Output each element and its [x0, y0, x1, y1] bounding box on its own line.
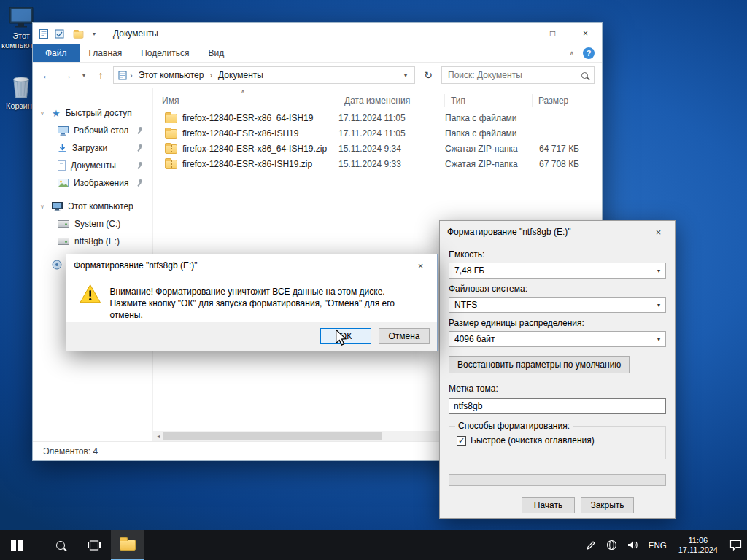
pen-tray-icon[interactable] [581, 530, 601, 560]
sidebar-item-label: Загрузки [72, 143, 107, 153]
refresh-icon[interactable]: ↻ [419, 69, 437, 81]
warning-icon [80, 284, 101, 304]
tab-view[interactable]: Вид [198, 44, 233, 62]
folder-icon [165, 129, 177, 139]
format-dialog-titlebar[interactable]: Форматирование "ntfs8gb (E:)" × [440, 221, 675, 243]
search-input[interactable] [448, 70, 577, 80]
taskbar-explorer-button[interactable] [111, 530, 144, 560]
file-row[interactable]: firefox-12840-ESR-x86_64-ISH19.zip 15.11… [153, 141, 602, 156]
capacity-label: Емкость: [449, 249, 666, 260]
this-pc-icon [52, 202, 63, 211]
file-row[interactable]: firefox-12840-ESR-x86-ISH19 17.11.2024 1… [153, 125, 602, 141]
start-button[interactable] [0, 530, 34, 560]
file-type: Папка с файлами [445, 113, 533, 123]
help-icon[interactable]: ? [583, 47, 595, 59]
restore-defaults-button[interactable]: Восстановить параметры по умолчанию [449, 356, 630, 373]
tab-home[interactable]: Главная [80, 44, 132, 62]
sidebar-item-drive-e[interactable]: ntfs8gb (E:) [33, 233, 152, 250]
filesystem-select[interactable]: NTFS ▾ [449, 297, 666, 313]
scrollbar-thumb[interactable] [163, 432, 382, 440]
sidebar-item-desktop[interactable]: Рабочий стол [33, 122, 152, 139]
forward-button[interactable]: → [59, 67, 75, 83]
taskbar-search-button[interactable] [44, 530, 77, 560]
sidebar-item-documents[interactable]: Документы [33, 157, 152, 174]
file-explorer-icon [120, 540, 136, 551]
format-warning-dialog: Форматирование "ntfs8gb (E:)" × Внимание… [66, 254, 438, 351]
file-row[interactable]: firefox-12840-ESR-x86_64-ISH19 17.11.202… [153, 110, 602, 125]
checkbox-checked-icon[interactable]: ✓ [457, 436, 466, 446]
pictures-icon [58, 179, 69, 187]
file-name: firefox-12840-ESR-x86_64-ISH19.zip [182, 144, 327, 154]
ribbon-collapse-icon[interactable]: ∧ [569, 50, 574, 57]
task-view-button[interactable] [77, 530, 111, 560]
ribbon-tabs: Файл Главная Поделиться Вид ∧ ? [33, 44, 602, 63]
format-dialog-close-icon[interactable]: × [642, 221, 675, 243]
window-title: Документы [113, 28, 158, 39]
sidebar-item-label: Рабочий стол [74, 125, 128, 136]
computer-icon [8, 6, 34, 29]
file-name: firefox-12840-ESR-x86_64-ISH19 [182, 113, 313, 123]
recent-locations-icon[interactable]: ▾ [80, 67, 88, 83]
tab-file[interactable]: Файл [33, 44, 80, 62]
up-button[interactable]: ↑ [93, 67, 109, 83]
chevron-expand-icon[interactable]: ∨ [40, 203, 44, 210]
items-count: Элементов: 4 [43, 446, 98, 456]
warning-dialog-close-icon[interactable]: × [404, 254, 437, 276]
breadcrumb-documents[interactable]: Документы [215, 70, 266, 80]
taskbar-clock[interactable]: 11:06 17.11.2024 [672, 530, 724, 560]
file-date: 15.11.2024 9:33 [338, 159, 445, 169]
windows-logo-icon [11, 540, 23, 551]
qat-customize-icon[interactable]: ▾ [93, 31, 96, 37]
close-format-button[interactable]: Закрыть [581, 497, 634, 513]
allocation-unit-select[interactable]: 4096 байт ▾ [449, 331, 666, 347]
search-box[interactable] [441, 66, 595, 84]
language-indicator[interactable]: ENG [643, 530, 672, 560]
start-button[interactable]: Начать [522, 497, 575, 513]
scroll-left-icon[interactable]: ◂ [153, 433, 163, 440]
chevron-expand-icon[interactable]: ∨ [40, 110, 44, 117]
close-button[interactable]: × [569, 23, 602, 44]
column-header-name[interactable]: ∧ Имя [153, 94, 338, 107]
sidebar-item-this-pc[interactable]: ∨ Этот компьютер [33, 198, 152, 215]
tab-share[interactable]: Поделиться [131, 44, 198, 62]
qat-properties-icon[interactable] [55, 29, 64, 39]
explorer-titlebar[interactable]: ▾ Документы – □ × [33, 23, 602, 44]
recycle-bin-icon [10, 74, 32, 99]
file-size: 64 717 КБ [533, 144, 584, 154]
warning-message-line2: Нажмите кнопку "ОК" для запуска форматир… [109, 298, 424, 321]
volume-label-input[interactable] [449, 398, 666, 414]
mouse-cursor [335, 329, 347, 346]
quick-format-checkbox[interactable]: ✓ Быстрое (очистка оглавления) [457, 435, 658, 446]
sidebar-item-drive-c[interactable]: System (C:) [33, 215, 152, 233]
breadcrumb-this-pc[interactable]: Этот компьютер [136, 70, 207, 80]
network-tray-icon[interactable] [601, 530, 622, 560]
capacity-select[interactable]: 7,48 ГБ ▾ [449, 262, 666, 279]
column-header-date[interactable]: Дата изменения [338, 94, 445, 107]
address-dropdown-icon[interactable]: ▾ [400, 72, 411, 79]
sidebar-item-downloads[interactable]: Загрузки [33, 139, 152, 157]
maximize-button[interactable]: □ [536, 23, 569, 44]
search-icon[interactable] [581, 72, 588, 79]
desktop-background: Этот компьютер Корзина ▾ Документы – □ ×… [0, 0, 747, 560]
column-header-size[interactable]: Размер [533, 94, 584, 107]
filesystem-value: NTFS [454, 300, 477, 310]
cancel-button[interactable]: Отмена [379, 328, 430, 344]
allocation-unit-value: 4096 байт [454, 334, 495, 344]
column-header-type[interactable]: Тип [445, 94, 533, 107]
volume-tray-icon[interactable] [622, 530, 643, 560]
file-size: 67 708 КБ [533, 159, 584, 169]
minimize-button[interactable]: – [503, 23, 536, 44]
allocation-unit-label: Размер единицы распределения: [449, 318, 666, 328]
warning-dialog-titlebar[interactable]: Форматирование "ntfs8gb (E:)" × [66, 254, 437, 276]
file-row[interactable]: firefox-12840-ESR-x86-ISH19.zip 15.11.20… [153, 156, 602, 171]
action-center-button[interactable] [724, 530, 747, 560]
sidebar-item-label: Изображения [74, 178, 128, 188]
back-button[interactable]: ← [39, 67, 55, 83]
file-name: firefox-12840-ESR-x86-ISH19 [182, 128, 298, 139]
clock-time: 11:06 [689, 536, 708, 545]
file-name: firefox-12840-ESR-x86-ISH19.zip [182, 159, 312, 169]
address-bar[interactable]: › Этот компьютер › Документы ▾ [113, 66, 415, 84]
sidebar-item-pictures[interactable]: Изображения [33, 174, 152, 192]
sidebar-item-quick-access[interactable]: ∨ ★ Быстрый доступ [33, 104, 152, 122]
qat-new-folder-icon[interactable] [74, 31, 84, 38]
